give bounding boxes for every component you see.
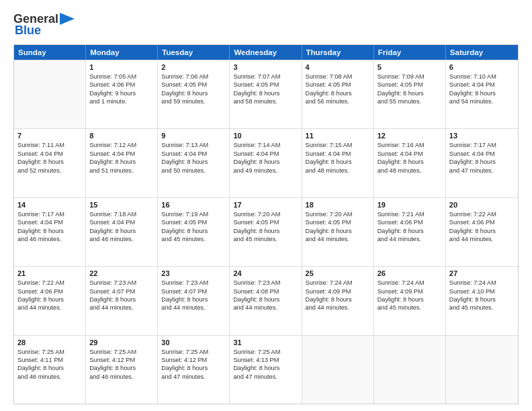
cell-text-line: Sunrise: 7:09 AM — [378, 73, 442, 81]
cell-text-line: Sunset: 4:04 PM — [161, 150, 226, 158]
cell-text-line: Daylight: 8 hours — [306, 227, 370, 235]
cell-text-line: and 1 minute. — [89, 97, 154, 105]
cell-text-line: Sunrise: 7:25 AM — [233, 348, 298, 356]
cell-text-line: and 44 minutes. — [306, 304, 370, 312]
cell-text-line: and 47 minutes. — [449, 167, 515, 175]
page: General Blue SundayMondayTuesdayWednesda… — [0, 0, 532, 411]
logo-arrow-icon — [60, 13, 75, 25]
day-number: 2 — [161, 63, 226, 71]
cell-text-line: Sunrise: 7:13 AM — [161, 141, 226, 149]
day-number: 22 — [89, 269, 154, 277]
cell-text-line: Sunset: 4:11 PM — [17, 356, 82, 364]
cell-text-line: Daylight: 8 hours — [233, 295, 298, 304]
cell-text-line: Sunset: 4:12 PM — [161, 356, 226, 364]
day-cell-22: 22Sunrise: 7:23 AMSunset: 4:07 PMDayligh… — [86, 267, 158, 334]
day-number: 20 — [449, 201, 515, 209]
day-number: 7 — [17, 132, 82, 140]
cell-text-line: Daylight: 8 hours — [161, 364, 226, 372]
header: General Blue — [13, 12, 519, 38]
calendar-body: 1Sunrise: 7:05 AMSunset: 4:06 PMDaylight… — [14, 60, 518, 404]
cell-text-line: and 46 minutes. — [89, 373, 154, 381]
cell-text-line: Sunset: 4:05 PM — [161, 218, 226, 226]
cell-text-line: Daylight: 8 hours — [449, 227, 515, 235]
day-number: 24 — [233, 269, 298, 277]
day-cell-28: 28Sunrise: 7:25 AMSunset: 4:11 PMDayligh… — [14, 336, 86, 404]
cell-text-line: and 48 minutes. — [306, 167, 370, 175]
cell-text-line: and 51 minutes. — [89, 167, 154, 175]
day-number: 9 — [161, 132, 226, 140]
day-number: 17 — [233, 201, 298, 209]
day-cell-27: 27Sunrise: 7:24 AMSunset: 4:10 PMDayligh… — [446, 267, 518, 334]
day-number: 31 — [233, 338, 298, 347]
cell-text-line: Daylight: 8 hours — [233, 227, 298, 235]
calendar-header-row: SundayMondayTuesdayWednesdayThursdayFrid… — [14, 45, 518, 60]
day-number: 29 — [89, 338, 154, 347]
cell-text-line: Sunset: 4:05 PM — [378, 81, 442, 89]
cell-text-line: Sunrise: 7:19 AM — [161, 210, 226, 218]
cell-text-line: Sunrise: 7:24 AM — [378, 279, 442, 287]
day-number: 12 — [378, 132, 442, 140]
day-number: 10 — [233, 132, 298, 140]
cell-text-line: Daylight: 8 hours — [89, 364, 154, 372]
day-cell-24: 24Sunrise: 7:23 AMSunset: 4:08 PMDayligh… — [230, 267, 302, 334]
header-day-friday: Friday — [374, 45, 446, 60]
day-cell-18: 18Sunrise: 7:20 AMSunset: 4:05 PMDayligh… — [302, 198, 374, 266]
cell-text-line: Sunset: 4:06 PM — [89, 81, 154, 89]
cell-text-line: and 58 minutes. — [233, 97, 298, 105]
day-number: 1 — [89, 63, 154, 71]
cell-text-line: Sunrise: 7:17 AM — [449, 141, 515, 149]
cell-text-line: Sunset: 4:04 PM — [449, 81, 515, 89]
cell-text-line: Sunset: 4:12 PM — [89, 356, 154, 364]
day-cell-30: 30Sunrise: 7:25 AMSunset: 4:12 PMDayligh… — [158, 336, 230, 404]
empty-cell-4-4 — [302, 336, 374, 404]
day-cell-7: 7Sunrise: 7:11 AMSunset: 4:04 PMDaylight… — [14, 129, 86, 197]
cell-text-line: and 44 minutes. — [233, 304, 298, 312]
day-number: 16 — [161, 201, 226, 209]
day-cell-1: 1Sunrise: 7:05 AMSunset: 4:06 PMDaylight… — [86, 60, 158, 128]
cell-text-line: Sunrise: 7:24 AM — [306, 279, 370, 287]
cell-text-line: Sunset: 4:05 PM — [161, 81, 226, 89]
cell-text-line: Sunset: 4:05 PM — [233, 81, 298, 89]
cell-text-line: Sunset: 4:10 PM — [449, 287, 515, 295]
cell-text-line: Sunrise: 7:23 AM — [233, 279, 298, 287]
cell-text-line: Sunset: 4:07 PM — [161, 287, 226, 295]
day-number: 15 — [89, 201, 154, 209]
cell-text-line: Sunrise: 7:06 AM — [161, 73, 226, 81]
day-number: 5 — [378, 63, 442, 71]
cell-text-line: and 49 minutes. — [233, 167, 298, 175]
cell-text-line: Daylight: 9 hours — [89, 89, 154, 97]
cell-text-line: and 46 minutes. — [89, 235, 154, 243]
cell-text-line: Daylight: 8 hours — [89, 158, 154, 166]
svg-marker-0 — [60, 13, 75, 25]
cell-text-line: Sunrise: 7:20 AM — [233, 210, 298, 218]
cell-text-line: Sunset: 4:07 PM — [89, 287, 154, 295]
week-row-3: 21Sunrise: 7:22 AMSunset: 4:06 PMDayligh… — [14, 266, 518, 334]
day-cell-15: 15Sunrise: 7:18 AMSunset: 4:04 PMDayligh… — [86, 198, 158, 266]
day-number: 4 — [306, 63, 370, 71]
calendar: SundayMondayTuesdayWednesdayThursdayFrid… — [13, 44, 519, 404]
day-cell-16: 16Sunrise: 7:19 AMSunset: 4:05 PMDayligh… — [158, 198, 230, 266]
cell-text-line: Daylight: 8 hours — [161, 158, 226, 166]
header-day-sunday: Sunday — [14, 45, 86, 60]
day-cell-3: 3Sunrise: 7:07 AMSunset: 4:05 PMDaylight… — [230, 60, 302, 128]
cell-text-line: and 44 minutes. — [89, 304, 154, 312]
cell-text-line: Daylight: 8 hours — [449, 89, 515, 97]
cell-text-line: and 46 minutes. — [17, 373, 82, 381]
cell-text-line: Sunset: 4:05 PM — [306, 81, 370, 89]
header-day-tuesday: Tuesday — [158, 45, 230, 60]
cell-text-line: and 54 minutes. — [449, 97, 515, 105]
cell-text-line: Daylight: 8 hours — [161, 89, 226, 97]
cell-text-line: and 47 minutes. — [161, 373, 226, 381]
cell-text-line: Sunset: 4:09 PM — [378, 287, 442, 295]
cell-text-line: Sunrise: 7:18 AM — [89, 210, 154, 218]
week-row-1: 7Sunrise: 7:11 AMSunset: 4:04 PMDaylight… — [14, 128, 518, 197]
day-cell-13: 13Sunrise: 7:17 AMSunset: 4:04 PMDayligh… — [446, 129, 518, 197]
cell-text-line: Sunrise: 7:22 AM — [17, 279, 82, 287]
cell-text-line: and 59 minutes. — [161, 97, 226, 105]
cell-text-line: and 47 minutes. — [233, 373, 298, 381]
cell-text-line: and 56 minutes. — [306, 97, 370, 105]
day-cell-9: 9Sunrise: 7:13 AMSunset: 4:04 PMDaylight… — [158, 129, 230, 197]
cell-text-line: Sunrise: 7:08 AM — [306, 73, 370, 81]
day-cell-21: 21Sunrise: 7:22 AMSunset: 4:06 PMDayligh… — [14, 267, 86, 334]
cell-text-line: Sunrise: 7:11 AM — [17, 141, 82, 149]
